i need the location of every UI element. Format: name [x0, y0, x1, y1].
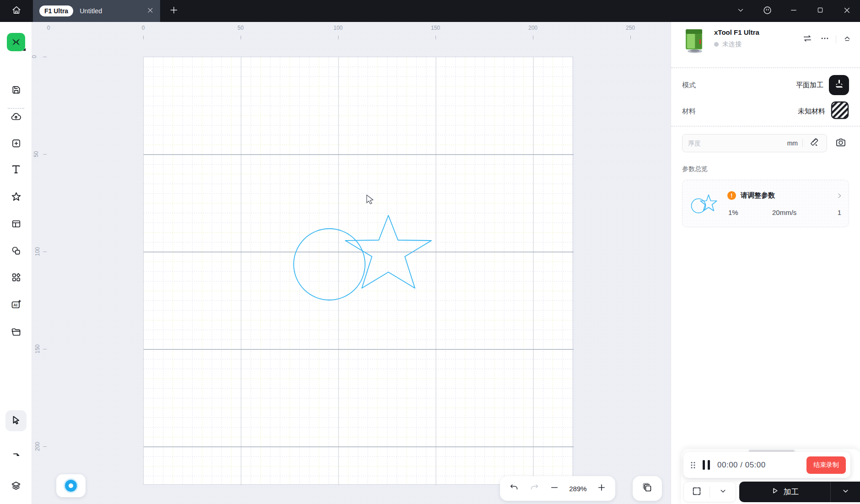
camera-measure-button[interactable] [833, 135, 849, 151]
undo-icon [509, 483, 519, 494]
home-button[interactable] [0, 0, 33, 22]
tab-close-icon[interactable] [147, 7, 154, 16]
plus-square-icon [11, 138, 22, 150]
mouse-cursor [366, 194, 377, 208]
thickness-input-box[interactable]: mm [682, 134, 827, 152]
more-options-button[interactable] [818, 33, 831, 46]
device-panel: xTool F1 Ultra 未连接 模式 [671, 22, 860, 504]
folder-icon [11, 327, 22, 339]
plus-icon [597, 483, 606, 494]
circle-shape[interactable] [294, 229, 365, 300]
left-toolbar: AI [0, 22, 32, 504]
sidebar-item-save[interactable] [7, 81, 25, 100]
mode-value: 平面加工 [796, 81, 823, 90]
zoom-out-button[interactable] [550, 483, 559, 494]
laser-flat-icon [833, 78, 845, 92]
copies-icon [642, 482, 653, 495]
param-passes: 1 [838, 209, 841, 216]
close-icon [843, 6, 851, 16]
transfer-arrows-icon [802, 33, 812, 45]
chevron-down-icon [842, 487, 849, 497]
new-tab-button[interactable] [160, 0, 188, 22]
cloud-upload-icon [11, 111, 22, 124]
tab-untitled[interactable]: F1 Ultra Untitled [33, 0, 160, 22]
device-name: xTool F1 Ultra [714, 28, 759, 36]
sidebar-item-shapes[interactable] [7, 242, 25, 261]
pause-recording-button[interactable] [703, 460, 710, 470]
window-dropdown-button[interactable] [727, 0, 754, 22]
material-label: 材料 [682, 107, 696, 116]
material-value: 未知材料 [798, 107, 825, 116]
sidebar-item-text[interactable] [7, 161, 25, 179]
sidebar-item-apps[interactable] [7, 269, 25, 287]
ai-image-icon: AI [11, 299, 22, 312]
chevron-down-icon [719, 487, 727, 497]
undo-button[interactable] [509, 483, 519, 494]
switch-device-button[interactable] [801, 33, 814, 46]
sidebar-item-insert[interactable] [7, 135, 25, 153]
measure-thickness-button[interactable] [807, 136, 821, 150]
sidebar-divider [8, 108, 24, 109]
process-label: 加工 [784, 487, 799, 497]
close-window-button[interactable] [833, 0, 860, 22]
frame-preview-button[interactable] [684, 482, 710, 502]
zoom-level[interactable]: 289% [569, 485, 586, 493]
recording-bar: 00:00 / 05:00 结束录制 [683, 452, 850, 478]
parameter-summary-card[interactable]: ! 请调整参数 1% 20mm/s 1 [682, 180, 849, 227]
process-options-button[interactable] [831, 487, 860, 497]
collapse-panel-button[interactable] [841, 33, 854, 46]
ruler-top: 0050100150200250 [32, 22, 671, 43]
sidebar-item-document[interactable] [7, 449, 25, 467]
header-divider [836, 35, 836, 43]
record-dot-icon [65, 480, 77, 492]
maximize-button[interactable] [807, 0, 833, 22]
feedback-face-icon [763, 5, 772, 17]
sidebar-item-ai[interactable]: AI [7, 296, 25, 315]
sidebar-item-shapes-star[interactable] [7, 188, 25, 207]
param-power: 1% [728, 209, 772, 216]
material-selector-button[interactable] [831, 101, 849, 121]
recording-time: 00:00 / 05:00 [717, 461, 766, 470]
shapes-thumbnail [687, 189, 725, 220]
work-area[interactable] [143, 57, 573, 485]
screen-record-button[interactable] [56, 474, 86, 497]
camera-icon [835, 137, 846, 150]
material-row: 材料 未知材料 [671, 100, 860, 122]
layout-icon [11, 219, 22, 231]
home-icon [11, 5, 22, 17]
minimize-button[interactable] [780, 0, 807, 22]
canvas-viewport[interactable]: 0050100150200250 050100150200 289% [32, 22, 671, 504]
mode-label: 模式 [682, 81, 696, 90]
tool-select[interactable] [5, 410, 27, 431]
minus-icon [550, 483, 559, 494]
drag-handle-icon[interactable] [690, 461, 696, 469]
sidebar-item-files[interactable] [7, 324, 25, 342]
tab-title: Untitled [80, 7, 140, 15]
stop-recording-button[interactable]: 结束录制 [806, 456, 846, 474]
chevron-right-icon [836, 192, 843, 201]
star-shape[interactable] [345, 215, 431, 288]
frame-options-button[interactable] [710, 482, 736, 502]
redo-button[interactable] [529, 483, 539, 494]
redo-icon [529, 483, 539, 494]
sidebar-item-layers[interactable] [7, 477, 25, 496]
thickness-input[interactable] [688, 139, 783, 147]
device-status: 未连接 [714, 40, 742, 48]
ellipsis-icon [820, 34, 829, 45]
adjust-params-text: 请调整参数 [741, 191, 775, 200]
sidebar-item-templates[interactable] [7, 215, 25, 234]
copies-button[interactable] [633, 476, 662, 501]
frame-icon [692, 486, 702, 498]
xtool-logo[interactable] [7, 33, 25, 51]
design-shapes[interactable] [144, 57, 574, 485]
thickness-row: mm [671, 134, 860, 152]
svg-text:AI: AI [13, 303, 17, 307]
zoom-in-button[interactable] [597, 483, 606, 494]
maximize-icon [817, 6, 824, 16]
process-button[interactable]: 加工 [739, 482, 860, 502]
mode-selector-button[interactable] [829, 75, 849, 95]
warning-icon: ! [727, 191, 736, 200]
feedback-button[interactable] [754, 0, 780, 22]
measure-ruler-icon [810, 138, 819, 149]
sidebar-item-cloud-upload[interactable] [7, 108, 25, 127]
